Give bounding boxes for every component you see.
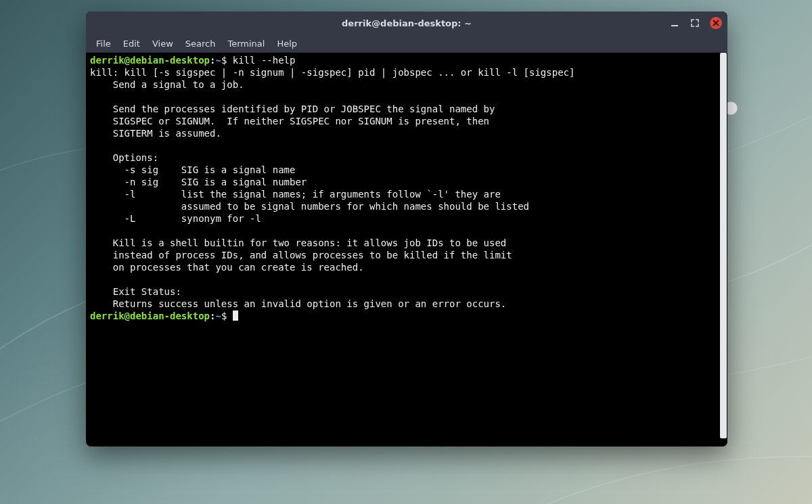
menu-view[interactable]: View [146,37,179,51]
terminal-window: derrik@debian-desktop: ~ File Edit View [86,12,727,446]
maximize-button[interactable] [690,18,700,28]
command-1: kill --help [233,55,296,66]
minimize-button[interactable] [669,18,680,28]
close-button[interactable] [710,17,722,29]
window-title: derrik@debian-desktop: ~ [342,18,472,28]
menu-search[interactable]: Search [179,37,222,51]
scrollbar-thumb[interactable] [720,53,727,438]
svg-rect-0 [671,25,678,26]
prompt2-user-host: derrik@debian-desktop [90,311,210,321]
desktop-wallpaper: derrik@debian-desktop: ~ File Edit View [0,0,812,504]
help-body: kill: kill [-s sigspec | -n signum | -si… [90,67,574,309]
window-controls [669,12,722,35]
menu-terminal[interactable]: Terminal [221,37,271,51]
menu-file[interactable]: File [90,37,117,51]
prompt-path: ~ [215,55,221,66]
prompt2-path: ~ [215,311,221,321]
terminal-cursor [233,311,238,321]
prompt-dollar: $ [221,55,233,66]
prompt-user-host: derrik@debian-desktop [90,55,210,66]
menu-help[interactable]: Help [271,37,303,51]
menubar: File Edit View Search Terminal Help [86,35,727,53]
prompt2-dollar: $ [221,311,233,321]
window-titlebar[interactable]: derrik@debian-desktop: ~ [86,12,727,35]
scrollbar[interactable] [719,53,727,446]
terminal-output[interactable]: derrik@debian-desktop:~$ kill --help kil… [86,53,719,446]
terminal-area: derrik@debian-desktop:~$ kill --help kil… [86,53,727,446]
menu-edit[interactable]: Edit [117,37,146,51]
